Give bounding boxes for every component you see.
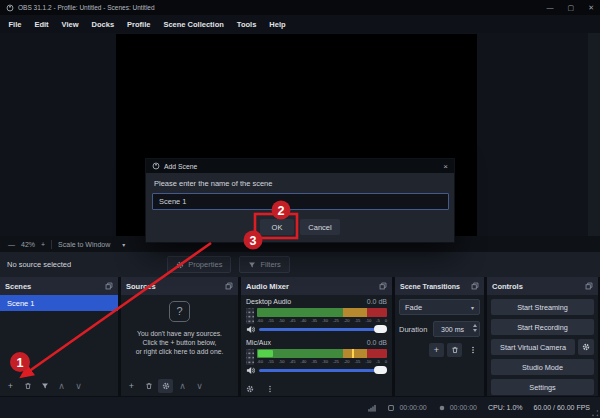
mic-aux-volume-row	[246, 366, 387, 376]
move-source-down-button[interactable]: ∨	[192, 379, 207, 393]
zoom-in-button[interactable]: +	[41, 241, 45, 248]
scene-filters-button[interactable]	[37, 379, 52, 393]
popout-icon[interactable]	[225, 282, 233, 290]
duration-spinner[interactable]: 300 ms	[433, 321, 480, 337]
add-scene-button[interactable]: +	[3, 379, 18, 393]
properties-button[interactable]: Properties	[167, 256, 231, 273]
menu-item[interactable]: Edit	[28, 20, 55, 29]
streaming-time: 00:00:00	[438, 404, 477, 412]
menu-item[interactable]: File	[2, 20, 28, 29]
dialog-close-icon[interactable]: ×	[443, 162, 448, 171]
remove-scene-button[interactable]	[20, 379, 35, 393]
menu-item[interactable]: Tools	[230, 20, 262, 29]
sources-empty-text-line: or right click here to add one.	[121, 348, 238, 357]
gear-icon	[176, 261, 184, 269]
speaker-icon[interactable]	[246, 366, 255, 375]
slider-handle[interactable]	[374, 366, 387, 374]
move-scene-up-button[interactable]: ∧	[54, 379, 69, 393]
chevron-down-icon[interactable]: ▾	[122, 241, 125, 248]
spinner-arrows[interactable]	[473, 324, 477, 332]
scene-list-item-selected[interactable]: Scene 1	[0, 295, 118, 311]
divider	[51, 240, 52, 249]
mic-aux-meter-row: -60-55-50-45-40-35-30-25-20-15-10-50	[246, 349, 387, 365]
settings-button[interactable]: Settings	[491, 379, 594, 395]
menu-bar: FileEditViewDocksProfileScene Collection…	[0, 15, 600, 33]
menu-item[interactable]: Help	[263, 20, 292, 29]
spin-up-icon[interactable]	[473, 324, 477, 327]
popout-icon[interactable]	[105, 282, 113, 290]
meter-tick: -20	[344, 318, 350, 323]
remove-transition-button[interactable]	[447, 343, 462, 357]
add-transition-button[interactable]: +	[429, 343, 444, 357]
desktop-audio-meter-row: -60-55-50-45-40-35-30-25-20-15-10-50	[246, 308, 387, 324]
obs-logo-icon	[152, 162, 160, 170]
spin-down-icon[interactable]	[473, 329, 477, 332]
transition-dropdown[interactable]: Fade ▾	[399, 299, 480, 315]
start-virtual-camera-button[interactable]: Start Virtual Camera	[491, 339, 575, 355]
add-source-button[interactable]: +	[124, 379, 139, 393]
controls-title: Controls	[492, 282, 523, 291]
scenes-panel: Scenes Scene 1 + ∧ ∨	[0, 277, 118, 396]
speaker-icon[interactable]	[246, 325, 255, 334]
studio-mode-button[interactable]: Studio Mode	[491, 359, 594, 375]
popout-icon[interactable]	[585, 282, 593, 290]
chevron-down-icon: ▾	[471, 304, 474, 311]
ok-button[interactable]: OK	[260, 219, 294, 235]
sources-header: Sources	[121, 277, 238, 295]
channel-level: 0.0 dB	[367, 339, 387, 346]
meter-tick: -25	[333, 318, 339, 323]
source-status-text: No source selected	[7, 260, 71, 269]
network-signal-icon	[368, 404, 376, 412]
channel-level: 0.0 dB	[367, 298, 387, 305]
start-streaming-button[interactable]: Start Streaming	[491, 299, 594, 315]
meter-tick: -50	[279, 318, 285, 323]
advanced-audio-gear-icon[interactable]	[246, 385, 254, 393]
source-properties-button[interactable]	[158, 379, 173, 393]
move-source-up-button[interactable]: ∧	[175, 379, 190, 393]
meter-tick: -60	[257, 359, 263, 364]
sources-panel: Sources ? You don't have any sources.Cli…	[121, 277, 238, 396]
menu-item[interactable]: Profile	[121, 20, 157, 29]
menu-item[interactable]: Scene Collection	[157, 20, 230, 29]
meter-tick: -15	[354, 318, 360, 323]
menu-item[interactable]: View	[55, 20, 85, 29]
popout-icon[interactable]	[471, 282, 479, 290]
remove-source-button[interactable]	[141, 379, 156, 393]
scenes-toolbar: + ∧ ∨	[0, 378, 118, 394]
scene-name-input[interactable]: Scene 1	[152, 193, 449, 210]
filters-label: Filters	[260, 260, 280, 269]
add-scene-dialog: Add Scene × Please enter the name of the…	[145, 158, 455, 243]
filters-button[interactable]: Filters	[239, 256, 289, 273]
zoom-level: 42%	[21, 241, 35, 248]
virtual-camera-settings-button[interactable]	[578, 339, 594, 355]
transition-options-icon[interactable]	[465, 343, 480, 357]
meter-tick: -35	[311, 318, 317, 323]
volume-slider[interactable]	[259, 328, 387, 331]
meter-tick: -45	[289, 318, 295, 323]
audio-mixer-header: Audio Mixer	[241, 277, 392, 295]
duration-row: Duration 300 ms	[399, 321, 480, 337]
zoom-out-button[interactable]: —	[8, 241, 15, 248]
cancel-button[interactable]: Cancel	[300, 219, 340, 235]
move-scene-down-button[interactable]: ∨	[71, 379, 86, 393]
properties-label: Properties	[188, 260, 222, 269]
close-button[interactable]: ✕	[588, 4, 594, 12]
minimize-button[interactable]: —	[547, 4, 554, 12]
scale-mode-dropdown[interactable]: Scale to Window	[58, 241, 110, 248]
resize-grip-icon[interactable]	[591, 409, 599, 417]
meter-tick: -10	[365, 359, 371, 364]
start-recording-button[interactable]: Start Recording	[491, 319, 594, 335]
window-title: OBS 31.1.2 - Profile: Untitled - Scenes:…	[18, 4, 155, 11]
more-options-icon[interactable]	[266, 385, 274, 393]
slider-handle[interactable]	[374, 325, 387, 333]
mic-aux-channel: Mic/Aux 0.0 dB	[246, 339, 387, 346]
menu-item[interactable]: Docks	[85, 20, 121, 29]
dialog-prompt: Please enter the name of the scene	[154, 179, 272, 188]
desktop-audio-meter	[257, 308, 387, 317]
meter-tick: -30	[322, 318, 328, 323]
drag-handle-icon[interactable]	[246, 349, 254, 365]
drag-handle-icon[interactable]	[246, 308, 254, 324]
maximize-button[interactable]: ▢	[568, 4, 575, 12]
popout-icon[interactable]	[379, 282, 387, 290]
volume-slider[interactable]	[259, 369, 387, 372]
